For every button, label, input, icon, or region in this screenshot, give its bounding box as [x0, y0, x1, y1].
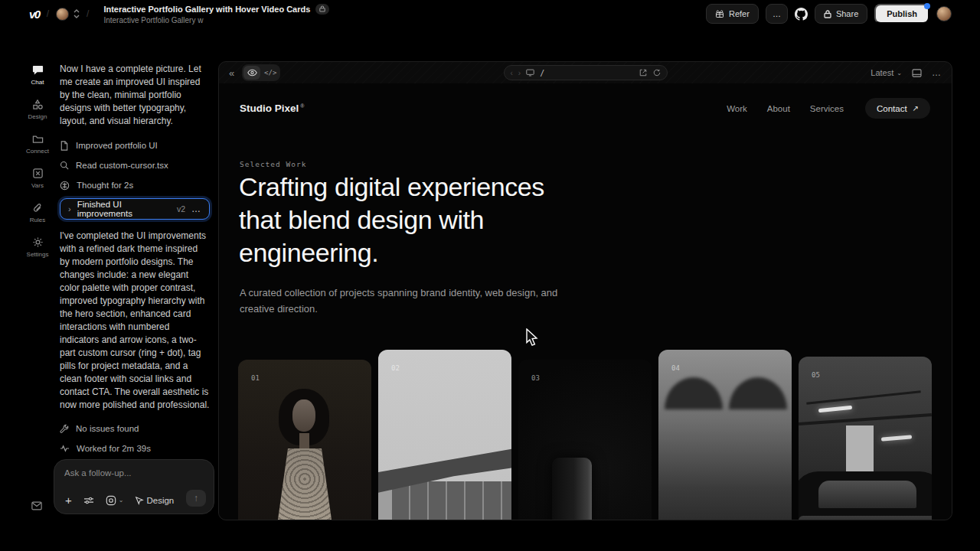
preview-eye-toggle[interactable] — [243, 66, 260, 80]
portfolio-card-2[interactable]: 02 — [378, 350, 511, 520]
breadcrumb-separator: / — [87, 8, 89, 19]
share-button[interactable]: Share — [815, 4, 867, 24]
portfolio-card-5[interactable]: 05 — [799, 357, 932, 520]
collapse-panel-icon[interactable]: « — [229, 67, 234, 79]
status-no-issues: No issues found — [60, 419, 210, 439]
status-worked-for: Worked for 2m 39s — [60, 439, 210, 458]
product-art — [552, 458, 592, 520]
model-selector[interactable]: ⌄ — [106, 495, 124, 506]
preview-toolbar: « </> ‹ › / Latest ⌄ … — [219, 62, 952, 83]
version-dropdown[interactable]: Latest ⌄ — [871, 68, 902, 77]
eyebrow-label: Selected Work — [240, 160, 306, 168]
hero-heading: Crafting digital experiences that blend … — [239, 171, 545, 269]
card-number: 04 — [671, 364, 680, 372]
garage-car-art — [806, 390, 920, 405]
top-bar-actions: Refer … Share Publish — [706, 4, 952, 24]
arrow-up-icon: ↑ — [194, 493, 198, 504]
macro-face-art — [665, 377, 723, 409]
publish-button[interactable]: Publish — [874, 4, 929, 24]
lock-icon — [824, 10, 831, 18]
finished-task-card[interactable]: › Finished UI improvements v2 … — [60, 198, 210, 220]
preview-pane: « </> ‹ › / Latest ⌄ … — [218, 61, 952, 520]
nav-link-services[interactable]: Services — [810, 104, 844, 113]
site-nav: Work About Services — [727, 104, 844, 113]
task-label: Finished UI improvements — [77, 200, 171, 218]
project-subtitle: Interactive Portfolio Gallery w — [103, 16, 329, 24]
forward-icon[interactable]: › — [518, 69, 521, 77]
agent-steps: Improved portfolio UI Read custom-cursor… — [60, 135, 210, 195]
gift-icon — [715, 9, 724, 18]
card-number: 02 — [391, 364, 400, 372]
rail-item-rules[interactable]: Rules — [21, 202, 54, 223]
task-more-icon[interactable]: … — [191, 204, 201, 214]
portfolio-card-4[interactable]: 04 — [658, 350, 792, 520]
github-icon[interactable] — [795, 8, 808, 21]
chat-composer: + ⌄ Design ↑ — [54, 459, 214, 514]
follow-up-input[interactable] — [64, 468, 202, 487]
refer-button[interactable]: Refer — [706, 4, 759, 24]
paperclip-icon — [32, 202, 44, 214]
lock-icon[interactable] — [315, 4, 329, 15]
top-bar: v0 / / Interactive Portfolio Gallery wit… — [0, 0, 980, 28]
view-mode-segmented-control: </> — [242, 64, 280, 81]
step-improved-portfolio-ui[interactable]: Improved portfolio UI — [60, 135, 210, 155]
nav-link-work[interactable]: Work — [727, 104, 747, 113]
task-version-badge: v2 — [177, 204, 185, 214]
brain-icon — [60, 181, 70, 191]
assistant-summary-message: I've completed the UI improvements with … — [60, 230, 210, 412]
vars-icon — [32, 168, 44, 179]
layout-panel-icon[interactable] — [912, 69, 922, 77]
back-icon[interactable]: ‹ — [511, 69, 513, 77]
url-path[interactable]: / — [540, 69, 544, 77]
wrench-icon — [60, 424, 69, 433]
code-view-toggle[interactable]: </> — [262, 66, 279, 80]
open-external-icon[interactable] — [639, 69, 647, 77]
user-avatar[interactable] — [936, 6, 952, 21]
composer-toolbar: + ⌄ Design — [65, 494, 174, 507]
preview-url-bar[interactable]: ‹ › / — [504, 65, 668, 80]
feedback-mail-icon[interactable] — [31, 501, 42, 510]
step-thought[interactable]: Thought for 2s — [60, 175, 210, 195]
preview-toolbar-right: Latest ⌄ … — [871, 67, 942, 78]
notification-dot — [924, 3, 930, 9]
step-read-custom-cursor[interactable]: Read custom-cursor.tsx — [60, 155, 210, 175]
attach-plus-icon[interactable]: + — [65, 494, 72, 507]
site-header: Studio Pixel® Work About Services Contac… — [240, 98, 930, 119]
rail-item-chat[interactable]: Chat — [21, 64, 54, 86]
workspace-switcher-icon[interactable] — [74, 9, 80, 18]
breadcrumb-separator: / — [47, 8, 49, 19]
preview-more-icon[interactable]: … — [932, 67, 942, 78]
site-brand[interactable]: Studio Pixel® — [240, 103, 304, 114]
status-rows: No issues found Worked for 2m 39s — [60, 419, 210, 458]
device-monitor-icon[interactable] — [526, 69, 534, 77]
card-number: 05 — [812, 371, 820, 379]
chevron-right-icon: › — [68, 204, 71, 214]
portfolio-card-3[interactable]: 03 — [518, 360, 652, 520]
hero-subheading: A curated collection of projects spannin… — [240, 285, 569, 317]
ellipsis-icon: … — [773, 9, 781, 18]
chat-panel: Now I have a complete picture. Let me cr… — [60, 63, 210, 472]
folder-icon — [32, 133, 44, 145]
contact-button[interactable]: Contact ↗ — [865, 98, 930, 119]
send-button[interactable]: ↑ — [186, 490, 206, 507]
activity-icon — [60, 445, 70, 452]
rail-item-vars[interactable]: Vars — [21, 168, 54, 189]
sliders-icon[interactable] — [83, 496, 94, 505]
assistant-intro-message: Now I have a complete picture. Let me cr… — [60, 63, 210, 128]
rail-item-connect[interactable]: Connect — [21, 133, 54, 155]
design-mode-button[interactable]: Design — [135, 496, 174, 505]
search-icon — [60, 161, 69, 170]
chat-icon — [32, 64, 44, 76]
more-options-button[interactable]: … — [766, 4, 788, 24]
rail-item-design[interactable]: Design — [21, 99, 54, 120]
portfolio-card-1[interactable]: 01 — [238, 360, 371, 520]
chevron-down-icon: ⌄ — [119, 497, 124, 504]
portfolio-gallery: 01 02 03 04 0 — [238, 350, 932, 520]
project-title[interactable]: Interactive Portfolio Gallery with Hover… — [103, 5, 310, 14]
refresh-icon[interactable] — [653, 69, 661, 77]
v0-logo[interactable]: v0 — [29, 8, 40, 21]
rail-item-settings[interactable]: Settings — [21, 236, 54, 258]
workspace-avatar[interactable] — [56, 8, 69, 21]
nav-link-about[interactable]: About — [767, 104, 790, 113]
design-icon — [32, 99, 44, 110]
